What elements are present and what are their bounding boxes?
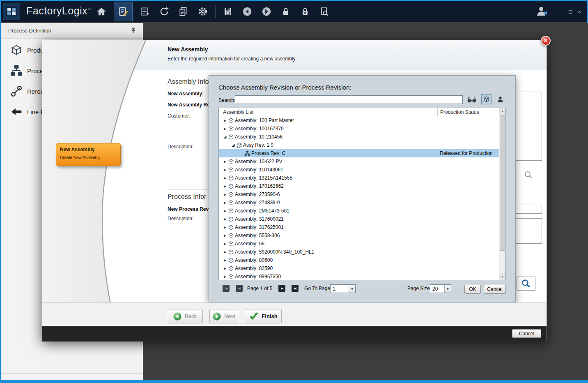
process-definition-tab[interactable] [114, 2, 133, 21]
tree-toggle-icon[interactable]: ◢ [230, 143, 236, 147]
wizard-step-new-assembly[interactable]: New Assembly Create New Assembly [56, 143, 121, 166]
tree-toggle-icon[interactable]: ▶ [222, 209, 228, 213]
binoculars-icon[interactable] [466, 95, 477, 104]
tree-toggle-icon[interactable]: ▶ [222, 127, 228, 131]
tree-row[interactable]: ▶Assembly: 80600 [219, 256, 499, 264]
next-button-label: Next [224, 313, 235, 319]
assembly-icon [228, 241, 235, 247]
popup-cancel-button[interactable]: Cancel [484, 285, 506, 294]
dialog-cancel-button[interactable]: Cancel [512, 329, 541, 338]
tree-toggle-icon[interactable]: ▶ [222, 193, 228, 196]
tree-row[interactable]: ◢Assy Rev: 1.0 [219, 141, 499, 149]
description2-label: Description: [168, 216, 193, 221]
customer-view-toggle[interactable] [495, 94, 505, 104]
tree-toggle-icon[interactable]: ▶ [222, 226, 228, 229]
save-icon[interactable] [221, 5, 235, 18]
tree-row[interactable]: ▶Assembly: 317600021 [219, 215, 499, 223]
lock-icon[interactable] [279, 5, 293, 18]
tree-toggle-icon[interactable]: ▶ [222, 275, 228, 279]
dialog-close-icon[interactable]: ✕ [541, 36, 551, 46]
scroll-up-icon[interactable]: ▲ [499, 108, 505, 115]
assembly-icon [228, 208, 235, 214]
assembly-info-heading: Assembly Info [168, 78, 209, 85]
tree-row[interactable]: ▶Assembly: 99967350 [219, 272, 499, 280]
tree-row[interactable]: ◢Assembly: 10-210456 [219, 133, 499, 141]
process-rev-field[interactable] [516, 205, 542, 214]
tree-toggle-icon[interactable]: ▶ [222, 234, 228, 238]
dialog-header [42, 40, 547, 70]
choose-revision-popup: Choose Assembly Revision or Process Revi… [209, 75, 516, 302]
scroll-thumb[interactable] [500, 115, 505, 251]
tree-toggle-icon[interactable]: ▶ [222, 242, 228, 246]
tree-row[interactable]: ▶Assembly: 110143061 [219, 166, 499, 174]
tree-toggle-icon[interactable]: ▶ [222, 250, 228, 254]
titlebar-right: – □ × [535, 1, 584, 22]
tree-row-label: Assembly: 13215A141555 [235, 175, 292, 181]
tree-row[interactable]: ▶Assembly: 10-622 PV [219, 157, 499, 166]
production-icon[interactable] [138, 5, 152, 18]
dialog-subtitle: Enter the required information for creat… [168, 56, 296, 62]
tree-toggle-icon[interactable]: ▶ [222, 119, 228, 122]
reroute-icon [9, 84, 24, 99]
vertical-scrollbar[interactable]: ▲ ▼ [499, 108, 505, 280]
description-field[interactable] [516, 218, 542, 244]
first-page-button[interactable]: |◀ [223, 285, 230, 292]
search-input[interactable] [235, 95, 463, 104]
redo-icon[interactable] [260, 5, 273, 18]
wizard-step-subtitle: Create New Assembly [60, 155, 120, 160]
finish-button[interactable]: Finish [245, 309, 282, 323]
last-page-button[interactable]: ▶| [292, 285, 299, 292]
audit-search-icon[interactable] [317, 5, 331, 18]
tree-row[interactable]: ▶Assembly: 273590-6 [219, 190, 499, 198]
tree-row[interactable]: ▶Assembly: 56 [219, 240, 499, 248]
tree-row[interactable]: ▶Assembly: 274839-9 [219, 198, 499, 207]
sync-icon[interactable] [157, 5, 171, 18]
ok-button[interactable]: OK [464, 285, 481, 294]
pin-icon[interactable] [131, 27, 136, 35]
maximize-button[interactable]: □ [566, 9, 575, 15]
tree-row[interactable]: ▶Assembly: 13215A141555 [219, 174, 499, 182]
next-page-button[interactable]: ▶ [278, 285, 285, 292]
home-icon[interactable] [94, 5, 108, 18]
reports-icon[interactable] [177, 5, 191, 18]
close-button[interactable]: × [575, 9, 584, 15]
tree-row[interactable]: ▶Assembly: 2M51473-501 [219, 207, 499, 215]
tree-toggle-icon[interactable]: ▶ [222, 217, 228, 221]
toolbar-divider [215, 5, 216, 18]
user-logout-icon[interactable] [535, 5, 549, 18]
tree-toggle-icon[interactable]: ◢ [222, 135, 228, 139]
tree-row[interactable]: ▶Assembly: 170162662 [219, 182, 499, 190]
tree-row[interactable]: ▶Assembly: 317625001 [219, 223, 499, 231]
minimize-button[interactable]: – [557, 9, 566, 15]
scroll-down-icon[interactable]: ▼ [499, 273, 505, 280]
unlock-icon[interactable] [298, 5, 312, 18]
tree-toggle-icon[interactable]: ▶ [222, 201, 228, 205]
tree-toggle-icon[interactable]: ▶ [222, 176, 228, 180]
tree-toggle-icon[interactable]: ▶ [222, 160, 228, 164]
tree-toggle-icon[interactable]: ▶ [222, 185, 228, 188]
column-assembly-list[interactable]: Assembly List [223, 109, 253, 115]
tree-row[interactable]: Process Rev: CReleased for Production [219, 149, 499, 157]
tree-row[interactable]: ▶Assembly: 5558-306 [219, 231, 499, 240]
search-button[interactable] [517, 277, 535, 291]
tree-row-label: Assembly: 170162662 [235, 183, 284, 189]
tree-row[interactable]: ▶Assembly: 100167370 [219, 125, 499, 133]
tree-row[interactable]: ▶Assembly: 100 Part Master [219, 116, 499, 125]
undo-icon[interactable] [240, 5, 254, 18]
prev-page-button[interactable]: ◀ [236, 285, 243, 292]
assembly-icon [228, 126, 235, 132]
tree-toggle-icon[interactable]: ▶ [222, 168, 228, 172]
customer-list-field[interactable] [516, 92, 542, 161]
tree-row[interactable]: ▶Assembly: 82590 [219, 264, 499, 272]
tree-row[interactable]: ▶Assembly: 5920000N-340_100_HL1 [219, 248, 499, 256]
tree-toggle-icon[interactable]: ▶ [222, 258, 228, 262]
settings-gear-icon[interactable] [196, 5, 210, 18]
column-production-status[interactable]: Production Status [437, 108, 479, 116]
process-icon [244, 150, 251, 157]
back-button[interactable]: Back [167, 309, 203, 323]
tree-toggle-icon[interactable]: ▶ [222, 267, 228, 270]
page-size-select[interactable]: 20▾ [430, 284, 451, 293]
goto-page-select[interactable]: 1▾ [330, 284, 356, 293]
next-button[interactable]: Next [209, 309, 238, 323]
assembly-view-toggle[interactable] [481, 94, 492, 104]
